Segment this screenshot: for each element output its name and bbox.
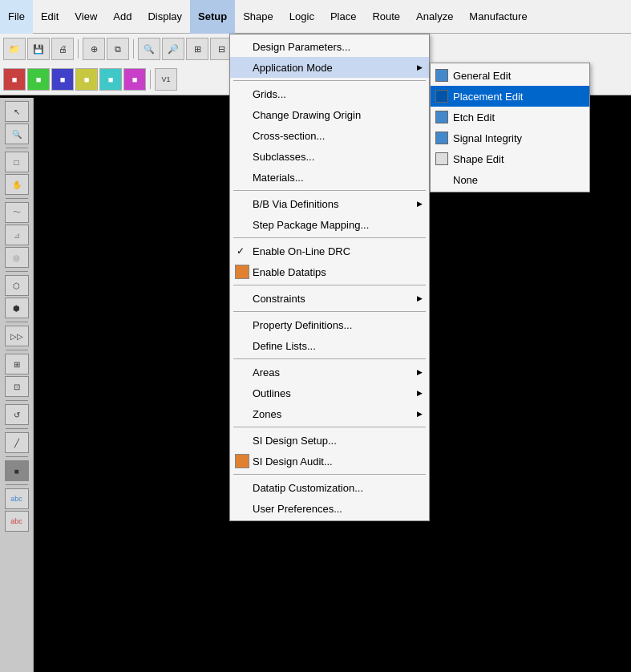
none-label: None (453, 174, 478, 186)
sb-grid-btn[interactable]: ⊞ (5, 354, 29, 374)
menu-grids[interactable]: Grids... (230, 83, 429, 104)
menu-design-params[interactable]: Design Parameters... (230, 36, 429, 57)
menu-def-lists[interactable]: Define Lists... (230, 335, 429, 356)
menu-manufacture[interactable]: Manufacture (461, 0, 535, 34)
sb-sep-9 (6, 484, 28, 485)
menu-view[interactable]: View (67, 0, 105, 34)
sb-wire-btn[interactable]: 〜 (5, 202, 29, 223)
step-pkg-label: Step Package Mapping... (253, 219, 369, 231)
tb-open-btn[interactable]: 📁 (3, 38, 26, 60)
menu-change-origin[interactable]: Change Drawing Origin (230, 104, 429, 125)
drc-check-icon: ✓ (237, 245, 245, 257)
menu-edit[interactable]: Edit (33, 0, 67, 34)
tb-zoom-out-btn[interactable]: 🔎 (162, 38, 184, 60)
cross-section-label: Cross-section... (253, 130, 325, 142)
tb-zoom-fit-btn[interactable]: ⊞ (186, 38, 208, 60)
subclasses-label: Subclasses... (253, 151, 314, 163)
tb-layer3-btn[interactable]: ■ (51, 68, 74, 91)
tb-v1-btn[interactable]: V1 (155, 68, 177, 91)
datatips-icon (235, 265, 249, 279)
sb-pattern-btn[interactable]: ⊡ (5, 376, 29, 397)
menu-cross-section[interactable]: Cross-section... (230, 125, 429, 146)
tb-layer4-btn[interactable]: ■ (75, 68, 98, 91)
menu-app-mode[interactable]: Application Mode (230, 57, 429, 78)
menu-add[interactable]: Add (105, 0, 140, 34)
menu-prop-def[interactable]: Property Definitions... (230, 314, 429, 335)
sep-1 (233, 80, 426, 81)
menu-none[interactable]: None (431, 169, 589, 190)
tb-print-btn[interactable]: 🖨 (51, 38, 74, 60)
tb-move-btn[interactable]: ⊕ (83, 38, 105, 60)
sep-8 (233, 474, 426, 475)
menu-shape[interactable]: Shape (235, 0, 281, 34)
sb-via-btn[interactable]: ◎ (5, 247, 29, 268)
sb-sep-5 (6, 350, 28, 350)
menu-user-pref[interactable]: User Preferences... (230, 498, 429, 519)
sb-arrow-btn[interactable]: ▷▷ (5, 326, 29, 346)
menu-signal-integrity[interactable]: Signal Integrity (431, 128, 589, 148)
sb-route-btn[interactable]: ↺ (5, 404, 29, 425)
menu-areas[interactable]: Areas (230, 362, 429, 383)
left-sidebar: ↖ 🔍 □ ✋ 〜 ⊿ ◎ ⬡ ⬢ ▷▷ ⊞ ⊡ ↺ ╱ ■ abc abc (0, 98, 34, 672)
menu-zones[interactable]: Zones (230, 403, 429, 424)
sb-sep-2 (6, 198, 28, 199)
setup-dropdown: Design Parameters... Application Mode Gr… (229, 34, 430, 521)
menu-si-setup[interactable]: SI Design Setup... (230, 430, 429, 451)
constraints-label: Constraints (253, 293, 305, 305)
menu-datatips[interactable]: Enable Datatips (230, 261, 429, 282)
menu-route[interactable]: Route (364, 0, 408, 34)
tb-save-btn[interactable]: 💾 (27, 38, 50, 60)
sb-cursor-btn[interactable]: ↖ (5, 101, 29, 122)
menu-file[interactable]: File (0, 0, 33, 34)
signal-integrity-icon (435, 132, 448, 144)
sb-line-btn[interactable]: ╱ (5, 432, 29, 453)
sb-fill-btn[interactable]: ■ (5, 460, 29, 481)
shape-edit-label: Shape Edit (453, 153, 504, 165)
sb-text2-btn[interactable]: abc (5, 511, 29, 532)
menu-general-edit[interactable]: General Edit (431, 65, 589, 86)
tb-layer1-btn[interactable]: ■ (3, 68, 26, 91)
tb-sep-2 (133, 39, 134, 59)
sep-7 (233, 427, 426, 427)
tb-zoom-in-btn[interactable]: 🔍 (138, 38, 160, 60)
menu-placement-edit[interactable]: Placement Edit (431, 86, 589, 107)
tb-layer2-btn[interactable]: ■ (27, 68, 50, 91)
app-mode-label: Application Mode (253, 62, 333, 74)
tb-copy-btn[interactable]: ⧉ (107, 38, 129, 60)
user-pref-label: User Preferences... (253, 503, 342, 515)
menu-online-drc[interactable]: ✓ Enable On-Line DRC (230, 241, 429, 261)
sep-3 (233, 237, 426, 238)
tb-layer6-btn[interactable]: ■ (123, 68, 146, 91)
menu-step-pkg[interactable]: Step Package Mapping... (230, 214, 429, 235)
menu-setup[interactable]: Setup (190, 0, 235, 34)
menu-subclasses[interactable]: Subclasses... (230, 146, 429, 167)
menu-si-audit[interactable]: SI Design Audit... (230, 451, 429, 472)
general-edit-icon (435, 69, 448, 82)
sb-sep-6 (6, 400, 28, 401)
menu-outlines[interactable]: Outlines (230, 383, 429, 403)
sb-sep-3 (6, 271, 28, 272)
menu-display[interactable]: Display (140, 0, 190, 34)
sb-place-btn[interactable]: ⬢ (5, 298, 29, 318)
sb-text-btn[interactable]: abc (5, 488, 29, 509)
menu-constraints[interactable]: Constraints (230, 288, 429, 309)
si-audit-icon (235, 454, 249, 468)
menu-place[interactable]: Place (322, 0, 365, 34)
tb-layer5-btn[interactable]: ■ (99, 68, 122, 91)
menu-etch-edit[interactable]: Etch Edit (431, 107, 589, 128)
menu-analyze[interactable]: Analyze (408, 0, 461, 34)
sep-4 (233, 285, 426, 285)
menu-materials[interactable]: Materials... (230, 167, 429, 188)
sb-pan-btn[interactable]: ✋ (5, 174, 29, 195)
sb-sep-7 (6, 428, 28, 429)
menu-shape-edit[interactable]: Shape Edit (431, 148, 589, 169)
sb-select-btn[interactable]: □ (5, 152, 29, 172)
menu-datatip-custom[interactable]: Datatip Customization... (230, 477, 429, 498)
sb-net-btn[interactable]: ⊿ (5, 225, 29, 245)
sb-comp-btn[interactable]: ⬡ (5, 275, 29, 296)
menu-bb-via[interactable]: B/B Via Definitions (230, 193, 429, 214)
outlines-label: Outlines (253, 387, 291, 399)
signal-integrity-label: Signal Integrity (453, 132, 522, 144)
menu-logic[interactable]: Logic (281, 0, 322, 34)
sb-zoom-btn[interactable]: 🔍 (5, 123, 29, 144)
